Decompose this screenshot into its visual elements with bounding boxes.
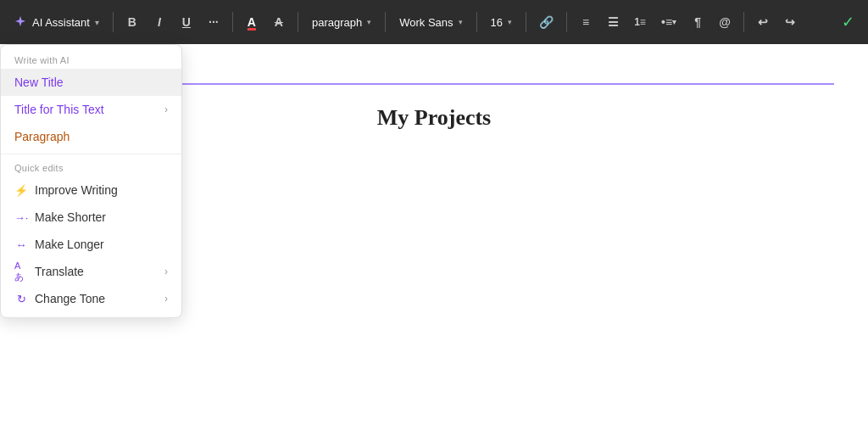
text-color-icon: A: [248, 15, 256, 29]
italic-button[interactable]: I: [147, 8, 171, 36]
font-select[interactable]: Work Sans ▾: [392, 8, 469, 36]
chevron-down-icon: ▾: [367, 18, 371, 26]
confirm-button[interactable]: ✓: [834, 8, 861, 36]
improve-writing-icon: ⚡: [14, 183, 28, 197]
divider-3: [298, 12, 298, 32]
make-shorter-label: Make Shorter: [35, 210, 106, 224]
chevron-down-icon: ▾: [672, 18, 676, 26]
title-for-this-item[interactable]: Title for This Text ›: [1, 96, 181, 123]
new-title-item[interactable]: New Title: [1, 69, 181, 96]
make-shorter-item[interactable]: →· Make Shorter: [1, 204, 181, 231]
at-mention-button[interactable]: @: [713, 8, 737, 36]
bold-button[interactable]: B: [120, 8, 144, 36]
ai-assistant-button[interactable]: AI Assistant ▾: [7, 11, 106, 33]
text-format-button[interactable]: A: [267, 8, 291, 36]
font-size-label: 16: [491, 16, 503, 29]
paragraph-icon: ¶: [694, 15, 701, 29]
ai-dropdown-menu: Write with AI New Title Title for This T…: [0, 44, 182, 318]
ordered-list-icon: 1≡: [634, 16, 646, 28]
paragraph-select[interactable]: paragraph ▾: [305, 8, 378, 36]
improve-writing-label: Improve Writing: [35, 183, 118, 197]
at-icon: @: [719, 15, 731, 29]
ai-assistant-label: AI Assistant: [32, 16, 90, 29]
underline-button[interactable]: U: [175, 8, 198, 36]
align-left-button[interactable]: ≡: [574, 8, 598, 36]
redo-button[interactable]: ↪: [778, 8, 802, 36]
divider-2: [232, 12, 233, 32]
align-center-button[interactable]: ☰: [601, 8, 625, 36]
make-longer-label: Make Longer: [35, 238, 104, 251]
undo-button[interactable]: ↩: [751, 8, 775, 36]
sparkle-icon: [14, 15, 27, 29]
unordered-list-icon: •≡: [661, 15, 672, 29]
make-longer-item[interactable]: ↔ Make Longer: [1, 231, 181, 258]
ordered-list-button[interactable]: 1≡: [628, 8, 652, 36]
undo-icon: ↩: [758, 15, 768, 29]
link-button[interactable]: 🔗: [533, 8, 559, 36]
paragraph-item[interactable]: Paragraph: [1, 123, 181, 150]
quick-edits-section: Quick edits: [1, 158, 181, 176]
chevron-down-icon: ▾: [95, 18, 99, 27]
translate-icon: Aあ: [14, 265, 28, 278]
menu-divider-1: [1, 154, 181, 154]
strikethrough-icon: A: [275, 15, 283, 29]
divider-8: [743, 12, 744, 32]
change-tone-item[interactable]: ↻ Change Tone ›: [1, 285, 181, 312]
paragraph-menu-label: Paragraph: [14, 130, 70, 143]
chevron-down-icon: ▾: [459, 18, 463, 26]
unordered-list-button[interactable]: •≡ ▾: [655, 8, 682, 36]
chevron-down-icon: ▾: [508, 18, 512, 26]
align-center-icon: ☰: [608, 15, 619, 29]
title-for-this-label: Title for This Text: [14, 103, 104, 116]
make-shorter-icon: →·: [14, 210, 28, 224]
check-icon: ✓: [842, 13, 854, 31]
translate-label: Translate: [35, 265, 84, 278]
change-tone-icon: ↻: [14, 292, 28, 305]
make-longer-icon: ↔: [14, 238, 28, 251]
write-with-ai-section: Write with AI: [1, 50, 181, 69]
improve-writing-item[interactable]: ⚡ Improve Writing: [1, 176, 181, 204]
divider-1: [113, 12, 114, 32]
paragraph-select-label: paragraph: [312, 16, 362, 29]
change-tone-label: Change Tone: [35, 292, 105, 305]
editor-area: Write with AI New Title Title for This T…: [0, 44, 868, 431]
text-color-button[interactable]: A: [240, 8, 264, 36]
divider-6: [526, 12, 526, 32]
arrow-right-icon: ›: [164, 104, 168, 115]
translate-item[interactable]: Aあ Translate ›: [1, 258, 181, 285]
redo-icon: ↪: [785, 15, 795, 29]
divider-5: [476, 12, 477, 32]
font-size-select[interactable]: 16 ▾: [484, 8, 519, 36]
link-icon: 🔗: [539, 15, 554, 29]
paragraph-format-button[interactable]: ¶: [686, 8, 709, 36]
arrow-right-icon: ›: [164, 293, 168, 305]
new-title-label: New Title: [14, 76, 64, 89]
toolbar: AI Assistant ▾ B I U ··· A A paragraph ▾…: [0, 0, 868, 44]
more-options-button[interactable]: ···: [202, 8, 225, 36]
arrow-right-icon: ›: [164, 266, 168, 277]
divider-7: [566, 12, 567, 32]
font-select-label: Work Sans: [399, 16, 453, 29]
divider-4: [385, 12, 386, 32]
align-left-icon: ≡: [582, 15, 589, 29]
